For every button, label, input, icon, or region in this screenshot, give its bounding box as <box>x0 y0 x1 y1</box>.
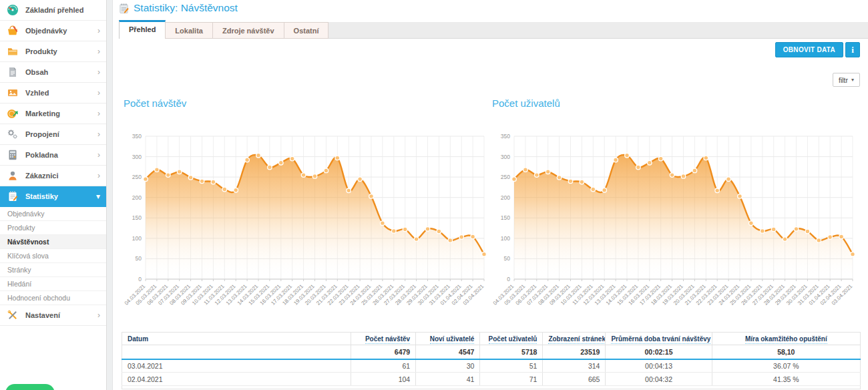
sidebar-item-label: Zákaznici <box>25 172 97 180</box>
tab-ostatni[interactable]: Ostatní <box>284 22 329 39</box>
sidebar-subitem-stranky[interactable]: Stránky <box>0 263 106 277</box>
svg-text:350: 350 <box>501 133 510 140</box>
svg-text:300: 300 <box>132 154 142 160</box>
sidebar-item-label: Statistiky <box>25 192 96 200</box>
sidebar-subitem-produkty[interactable]: Produkty <box>0 221 106 235</box>
sidebar-item-label: Základní přehled <box>25 6 100 14</box>
column-header-pocet-navstev[interactable]: Počet návštěv <box>351 333 415 345</box>
table-cell: 104 <box>351 373 415 386</box>
users-chart-title: Počet uživatelů <box>492 98 861 109</box>
tab-lokalita[interactable]: Lokalita <box>165 22 213 39</box>
table-cell: 30 <box>416 359 480 373</box>
sidebar-item-obsah[interactable]: Obsah› <box>0 62 106 83</box>
sidebar-item-label: Vzhled <box>25 89 97 97</box>
sidebar-item-label: Objednávky <box>25 27 97 35</box>
table-summary-row: 6479454757182351900:02:1558,10 <box>122 345 861 359</box>
chevron-right-icon: › <box>97 47 100 55</box>
chevron-right-icon: › <box>97 130 100 138</box>
column-header-datum: Datum <box>122 333 351 345</box>
filter-dropdown[interactable]: filtr ▾ <box>833 73 860 87</box>
toolbar: OBNOVIT DATA i <box>775 42 860 57</box>
gauge-icon <box>7 4 19 16</box>
tab-prehled[interactable]: Přehled <box>119 20 166 39</box>
app-root: { "header": { "title": "Statistiky: Návš… <box>0 0 868 390</box>
sidebar-subitem-objednavky[interactable]: Objednávky <box>0 207 106 221</box>
table-cell: 36.07 % <box>712 359 860 373</box>
appearance-image-icon <box>7 87 19 99</box>
sidebar-item-label: Marketing <box>25 110 97 118</box>
refresh-data-button[interactable]: OBNOVIT DATA <box>775 42 843 57</box>
svg-text:350: 350 <box>132 133 142 140</box>
sidebar-subitem-hodnoceni-obchodu[interactable]: Hodnocení obchodu <box>0 291 106 305</box>
sidebar-item-vzhled[interactable]: Vzhled› <box>0 83 106 104</box>
main-content: Statistiky: Návštěvnost PřehledLokalitaZ… <box>114 0 868 390</box>
chevron-down-icon: ▾ <box>851 77 854 83</box>
statistics-notepad-icon <box>7 190 19 202</box>
sidebar-subitem-navstevnost[interactable]: Návštěvnost <box>0 235 106 249</box>
checkout-calculator-icon <box>7 149 19 161</box>
sidebar-subitem-hledani[interactable]: Hledání <box>0 277 106 291</box>
content-document-icon <box>7 66 19 78</box>
filter-label: filtr <box>839 76 848 84</box>
table-cell: 03.04.2021 <box>122 359 351 373</box>
svg-text:0: 0 <box>507 276 510 282</box>
tabbar-filler <box>329 22 868 39</box>
table-cell: 51 <box>480 359 543 373</box>
sidebar: Základní přehledObjednávky›Produkty›Obsa… <box>0 0 107 390</box>
table-row: 02.04.2021104417166500:04:3241.35 % <box>122 373 861 386</box>
sidebar-item-label: Pokladna <box>25 151 97 159</box>
visits-chart: Počet návštěv 05010015020025030035004.03… <box>124 98 492 311</box>
table-cell: 61 <box>351 359 415 373</box>
visits-chart-title: Počet návštěv <box>124 98 492 109</box>
column-header-zobrazeni-stranek[interactable]: Zobrazení stránek <box>543 333 606 345</box>
users-chart: Počet uživatelů 05010015020025030035004.… <box>492 98 861 311</box>
table-header-row: DatumPočet návštěvNoví uživateléPočet už… <box>122 333 861 345</box>
column-header-novi-uzivatele[interactable]: Noví uživatelé <box>416 333 480 345</box>
summary-cell: 00:02:15 <box>606 345 712 359</box>
customers-person-icon <box>7 170 19 182</box>
settings-tools-icon <box>7 309 19 321</box>
sidebar-item-objednavky[interactable]: Objednávky› <box>0 21 106 41</box>
info-button[interactable]: i <box>845 42 860 57</box>
chat-button[interactable] <box>5 384 55 390</box>
sidebar-item-label: Obsah <box>25 68 97 76</box>
sidebar-item-statistiky[interactable]: Statistiky▾ <box>0 186 106 207</box>
svg-text:50: 50 <box>136 255 142 262</box>
table-cell: 02.04.2021 <box>122 373 351 386</box>
sidebar-item-zakaznici[interactable]: Zákaznici› <box>0 166 106 186</box>
summary-cell: 4547 <box>416 345 480 359</box>
page-title: Statistiky: Návštěvnost <box>134 2 238 14</box>
sidebar-item-pokladna[interactable]: Pokladna› <box>0 145 106 166</box>
statistics-notepad-icon <box>118 3 130 14</box>
chevron-right-icon: › <box>97 311 100 319</box>
sidebar-item-nastaveni[interactable]: Nastavení› <box>0 305 106 326</box>
page-header: Statistiky: Návštěvnost <box>118 2 238 14</box>
table-row-partial <box>122 386 861 389</box>
sidebar-item-produkty[interactable]: Produkty› <box>0 41 106 62</box>
svg-text:200: 200 <box>132 194 142 201</box>
summary-cell <box>122 345 351 359</box>
column-header-pocet-uzivatelu[interactable]: Počet uživatelů <box>480 333 543 345</box>
column-header-prumerna-doba-trvani-navstevy[interactable]: Průměrná doba trvání návštěvy <box>606 333 712 345</box>
table-cell: 314 <box>543 359 606 373</box>
svg-text:100: 100 <box>132 235 142 242</box>
tab-zdroje-navstev[interactable]: Zdroje návštěv <box>212 22 284 39</box>
tab-bar: PřehledLokalitaZdroje návštěvOstatní <box>119 20 868 39</box>
sidebar-item-label: Propojení <box>25 130 97 138</box>
table-cell: 71 <box>480 373 543 386</box>
svg-text:250: 250 <box>501 174 510 180</box>
sidebar-item-zakladni-prehled[interactable]: Základní přehled <box>0 0 106 21</box>
sidebar-scrollbar[interactable] <box>107 0 113 390</box>
sidebar-item-propojeni[interactable]: Propojení› <box>0 124 106 145</box>
table-row: 03.04.202161305131400:04:1336.07 % <box>122 359 861 373</box>
sidebar-subitem-klicova-slova[interactable]: Klíčová slova <box>0 249 106 263</box>
summary-cell: 5718 <box>480 345 543 359</box>
sidebar-item-label: Produkty <box>25 47 97 55</box>
sidebar-item-marketing[interactable]: Marketing› <box>0 104 106 124</box>
column-header-mira-okamziteho-opusteni[interactable]: Míra okamžitého opuštění <box>712 333 860 345</box>
products-folder-icon <box>7 45 19 57</box>
chevron-right-icon: › <box>97 151 100 159</box>
summary-cell: 58,10 <box>712 345 860 359</box>
orders-basket-icon <box>7 25 19 37</box>
svg-text:150: 150 <box>132 214 142 221</box>
